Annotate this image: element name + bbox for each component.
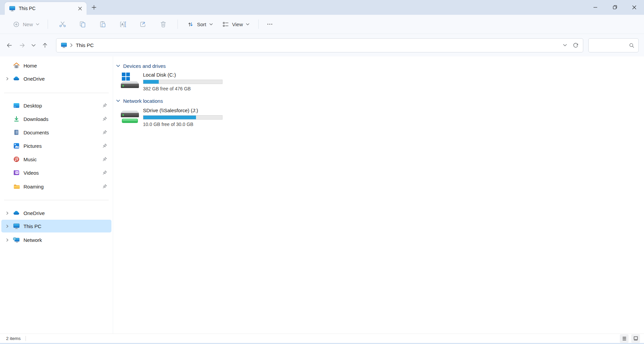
home-icon — [13, 62, 20, 69]
delete-button[interactable] — [155, 18, 171, 30]
more-options-button[interactable] — [263, 18, 277, 30]
new-button-label: New — [23, 22, 33, 27]
drive-free-space: 382 GB free of 476 GB — [143, 86, 191, 91]
sort-button-label: Sort — [197, 22, 206, 27]
sidebar-item-documents[interactable]: Documents — [1, 126, 111, 139]
share-button[interactable] — [135, 18, 151, 30]
expand-chevron-icon[interactable] — [5, 211, 10, 215]
titlebar: This PC — [0, 0, 644, 15]
sidebar-item-label: Home — [23, 63, 107, 69]
section-title: Devices and drives — [123, 63, 166, 69]
drive-item-sdrive-j[interactable]: SDrive (\\Salesforce) (J:) 10.0 GB free … — [113, 107, 334, 129]
chevron-down-icon — [246, 23, 249, 26]
navigation-pane: Home OneDrive Desktop — [0, 56, 113, 334]
chevron-down-icon — [36, 23, 39, 26]
rename-button[interactable] — [115, 18, 131, 30]
minimize-icon[interactable] — [586, 0, 605, 14]
paste-button[interactable] — [95, 18, 110, 30]
forward-icon[interactable] — [16, 39, 29, 51]
details-view-icon[interactable] — [620, 334, 629, 343]
drive-item-local-disk-c[interactable]: Local Disk (C:) 382 GB free of 476 GB — [113, 71, 334, 93]
this-pc-icon — [9, 5, 15, 12]
section-collapse-chevron-icon[interactable] — [116, 99, 120, 102]
sidebar-item-onedrive-2[interactable]: OneDrive — [1, 207, 111, 219]
sidebar-item-videos[interactable]: Videos — [1, 166, 111, 179]
cut-button[interactable] — [55, 18, 70, 30]
section-collapse-chevron-icon[interactable] — [116, 64, 120, 68]
pin-icon — [102, 157, 107, 162]
new-button[interactable]: New — [9, 18, 43, 30]
tab-this-pc[interactable]: This PC — [5, 2, 87, 15]
view-list-icon — [222, 21, 229, 28]
sidebar-item-label: Documents — [23, 130, 102, 135]
ellipsis-icon — [266, 21, 273, 28]
sidebar-item-downloads[interactable]: Downloads — [1, 113, 111, 125]
onedrive-icon — [13, 210, 20, 217]
cut-icon — [59, 20, 66, 28]
file-explorer-window: This PC New — [0, 0, 644, 344]
capacity-bar-fill — [143, 80, 159, 84]
large-thumbnails-view-icon[interactable] — [631, 334, 640, 343]
sort-arrows-icon — [187, 21, 194, 28]
documents-icon — [13, 129, 20, 136]
chevron-slot — [5, 184, 10, 188]
sidebar-item-this-pc[interactable]: This PC — [1, 220, 111, 232]
new-tab-button[interactable] — [90, 3, 98, 12]
downloads-icon — [13, 116, 20, 123]
sidebar-item-label: This PC — [23, 223, 107, 229]
sidebar-item-music[interactable]: Music — [1, 153, 111, 166]
capacity-bar-fill — [143, 116, 196, 119]
breadcrumb[interactable]: This PC — [61, 42, 94, 48]
view-button[interactable]: View — [219, 18, 253, 30]
share-icon — [139, 20, 147, 28]
toolbar-divider — [48, 19, 48, 29]
this-pc-icon — [61, 42, 67, 48]
sidebar-item-home[interactable]: Home — [1, 59, 111, 72]
sidebar-item-desktop[interactable]: Desktop — [1, 99, 111, 112]
sort-button[interactable]: Sort — [184, 18, 216, 30]
drive-name: Local Disk (C:) — [143, 72, 176, 78]
tab-close-icon[interactable] — [76, 4, 84, 12]
pictures-icon — [13, 142, 20, 149]
toolbar-divider — [258, 19, 259, 29]
sidebar-item-label: Videos — [23, 170, 102, 176]
chevron-slot — [5, 157, 10, 161]
paste-icon — [99, 20, 107, 28]
up-icon[interactable] — [39, 39, 51, 51]
section-header-network-locations[interactable]: Network locations — [116, 97, 163, 104]
sidebar-item-label: Music — [23, 157, 102, 162]
sidebar-item-pictures[interactable]: Pictures — [1, 139, 111, 152]
chevron-slot — [5, 103, 10, 108]
address-bar[interactable]: This PC — [56, 38, 583, 52]
expand-chevron-icon[interactable] — [5, 238, 10, 242]
close-icon[interactable] — [625, 0, 644, 14]
chevron-slot — [5, 130, 10, 134]
address-dropdown-chevron-icon[interactable] — [559, 40, 570, 51]
network-icon — [13, 236, 20, 244]
sidebar-item-onedrive[interactable]: OneDrive — [1, 72, 111, 85]
expand-chevron-icon[interactable] — [5, 224, 10, 228]
refresh-icon[interactable] — [570, 40, 581, 51]
pin-icon — [102, 184, 107, 189]
chevron-slot — [5, 171, 10, 175]
back-icon[interactable] — [3, 39, 16, 51]
toolbar-divider — [178, 19, 178, 29]
videos-icon — [13, 169, 20, 176]
copy-button[interactable] — [75, 18, 90, 30]
body-area: Home OneDrive Desktop — [0, 56, 644, 334]
recent-locations-chevron-icon[interactable] — [29, 39, 39, 51]
pin-icon — [102, 143, 107, 149]
drive-name: SDrive (\\Salesforce) (J:) — [143, 108, 198, 113]
search-input[interactable] — [593, 43, 629, 48]
restore-icon[interactable] — [605, 0, 625, 14]
window-controls — [586, 0, 644, 14]
view-button-label: View — [232, 22, 243, 27]
search-icon — [629, 43, 634, 48]
sidebar-item-roaming[interactable]: Roaming — [1, 180, 111, 193]
desktop-icon — [13, 102, 20, 109]
expand-chevron-icon[interactable] — [5, 77, 10, 81]
sidebar-item-label: Network — [23, 237, 107, 243]
section-header-devices[interactable]: Devices and drives — [116, 62, 166, 69]
sidebar-item-network[interactable]: Network — [1, 233, 111, 246]
sidebar-divider — [4, 93, 109, 93]
